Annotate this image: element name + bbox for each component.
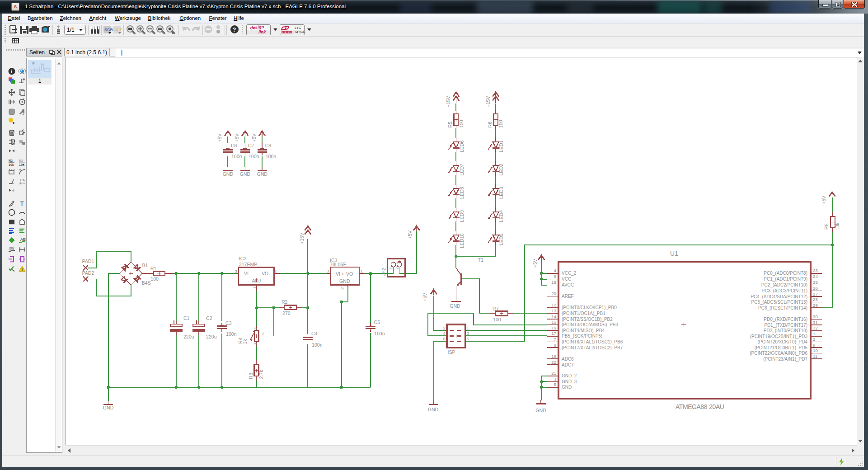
svg-text:11: 11 xyxy=(813,354,817,359)
svg-text:(PCINT6/XTAL1/TOSC1)_PB6: (PCINT6/XTAL1/TOSC1)_PB6 xyxy=(562,339,623,344)
svg-text:C3: C3 xyxy=(225,320,232,326)
svg-text:2: 2 xyxy=(813,337,815,342)
svg-text:LED6: LED6 xyxy=(459,140,464,152)
svg-text:220u: 220u xyxy=(206,334,217,339)
svg-text:C7: C7 xyxy=(248,143,254,148)
svg-text:9: 9 xyxy=(813,343,815,348)
svg-text:LTC: LTC xyxy=(295,26,301,30)
svg-text:LED2: LED2 xyxy=(498,164,504,176)
svg-text:ADJ: ADJ xyxy=(252,278,261,283)
svg-text:2: 2 xyxy=(262,331,264,336)
svg-text:GND: GND xyxy=(223,171,234,177)
svg-text:PC3_(ADC3/PCINT11): PC3_(ADC3/PCINT11) xyxy=(761,288,807,293)
svg-text:100n: 100n xyxy=(266,154,277,159)
svg-text:VCC: VCC xyxy=(562,277,571,282)
svg-text:R3: R3 xyxy=(248,373,253,379)
svg-text:19: 19 xyxy=(551,354,556,359)
svg-text:ADC6: ADC6 xyxy=(562,357,574,362)
svg-text:C6: C6 xyxy=(231,143,237,148)
svg-text:PB5_(SCK/PCINT5): PB5_(SCK/PCINT5) xyxy=(562,334,602,338)
svg-text:R2: R2 xyxy=(282,299,288,305)
svg-text:30: 30 xyxy=(813,314,818,319)
svg-text:100n: 100n xyxy=(374,331,385,336)
svg-text:2.7k: 2.7k xyxy=(258,370,264,379)
svg-text:LED3: LED3 xyxy=(498,187,504,199)
svg-text:28: 28 xyxy=(813,297,818,302)
svg-text:LED9: LED9 xyxy=(459,210,464,222)
svg-text:U1: U1 xyxy=(670,250,678,257)
svg-text:VO: VO xyxy=(262,271,268,276)
svg-text:1k: 1k xyxy=(242,339,248,344)
svg-text:GND: GND xyxy=(562,385,572,390)
svg-text:LED8: LED8 xyxy=(459,187,464,199)
svg-text:ATMEGA88-20AU: ATMEGA88-20AU xyxy=(676,403,724,410)
svg-text:10k: 10k xyxy=(835,222,840,230)
svg-text:R8: R8 xyxy=(824,223,829,230)
svg-text:LED4: LED4 xyxy=(498,210,504,222)
svg-text:31: 31 xyxy=(813,320,818,325)
svg-text:(PCINT0/CLKO/ICP1)_PB0: (PCINT0/CLKO/ICP1)_PB0 xyxy=(562,305,617,310)
svg-text:GND: GND xyxy=(240,171,251,177)
svg-text:+15V: +15V xyxy=(299,232,305,244)
svg-text:B4S: B4S xyxy=(142,280,151,286)
svg-text:+5V: +5V xyxy=(821,195,826,204)
svg-text:220u: 220u xyxy=(183,334,194,339)
svg-text:VI: VI xyxy=(244,271,249,276)
svg-text:24: 24 xyxy=(813,274,818,279)
svg-text:AVCC: AVCC xyxy=(562,282,574,287)
svg-text:(PCINT23/AIN1)_PD7: (PCINT23/AIN1)_PD7 xyxy=(763,357,807,362)
svg-text:R2: R2 xyxy=(19,159,23,162)
svg-text:21: 21 xyxy=(551,371,556,376)
svg-text:!: ! xyxy=(22,268,23,272)
svg-text:PC6_(RESET/PCINT14): PC6_(RESET/PCINT14) xyxy=(758,306,807,310)
svg-text:18: 18 xyxy=(551,280,556,285)
svg-text:C4: C4 xyxy=(311,331,318,336)
svg-text:+15V: +15V xyxy=(446,96,451,108)
svg-text:PAD2: PAD2 xyxy=(82,270,94,276)
svg-text:20: 20 xyxy=(551,291,556,296)
svg-text:1: 1 xyxy=(388,267,393,269)
svg-text:317EMP: 317EMP xyxy=(239,262,258,267)
svg-text:78L05F: 78L05F xyxy=(330,262,346,267)
svg-text:C2: C2 xyxy=(206,315,212,321)
svg-text:LED10: LED10 xyxy=(459,233,464,248)
svg-text:SCR: SCR xyxy=(104,28,113,32)
svg-text:1: 1 xyxy=(252,287,257,289)
svg-text:ULP: ULP xyxy=(114,28,122,32)
svg-text:3: 3 xyxy=(467,331,469,336)
svg-text:6: 6 xyxy=(554,274,556,279)
svg-text:GND: GND xyxy=(450,303,460,309)
svg-text:(PCINT22/OC0A/AIN0)_PD6: (PCINT22/OC0A/AIN0)_PD6 xyxy=(750,351,807,356)
svg-text:2: 2 xyxy=(443,325,446,330)
svg-text:JP2: JP2 xyxy=(381,268,386,276)
svg-text:LED5: LED5 xyxy=(498,233,504,245)
svg-text:PC2_(ADC2/PCINT10): PC2_(ADC2/PCINT10) xyxy=(761,282,807,287)
svg-text:14: 14 xyxy=(551,314,556,319)
svg-text:+5V: +5V xyxy=(422,292,427,301)
svg-text:5: 5 xyxy=(554,382,556,387)
svg-text:PAD1: PAD1 xyxy=(82,258,94,264)
svg-text:29: 29 xyxy=(813,303,818,308)
svg-text:270: 270 xyxy=(282,310,291,316)
svg-text:GND: GND xyxy=(428,407,439,412)
svg-text:7: 7 xyxy=(554,337,556,342)
svg-text:link: link xyxy=(258,29,266,34)
svg-text:AT: AT xyxy=(10,247,14,250)
svg-text:26: 26 xyxy=(813,286,818,291)
svg-text:27: 27 xyxy=(813,291,818,296)
svg-text:6: 6 xyxy=(443,336,446,341)
svg-text:4: 4 xyxy=(274,269,277,274)
svg-text:100: 100 xyxy=(150,276,159,282)
svg-text:IC2: IC2 xyxy=(239,256,247,261)
svg-text:16: 16 xyxy=(551,325,556,330)
svg-text:+5V: +5V xyxy=(234,133,239,142)
svg-text:(PCINT21/OC0B/T1)_PD5: (PCINT21/OC0B/T1)_PD5 xyxy=(755,345,808,350)
svg-text:PD0_(RXD/PCINT16): PD0_(RXD/PCINT16) xyxy=(764,317,807,322)
svg-text:VO: VO xyxy=(346,271,353,277)
svg-text:i: i xyxy=(11,69,12,74)
svg-text:3: 3 xyxy=(554,376,556,381)
svg-text:T1: T1 xyxy=(478,257,483,263)
svg-text:15: 15 xyxy=(551,320,556,324)
svg-text:2: 2 xyxy=(394,267,399,269)
svg-text:C8: C8 xyxy=(265,143,272,148)
